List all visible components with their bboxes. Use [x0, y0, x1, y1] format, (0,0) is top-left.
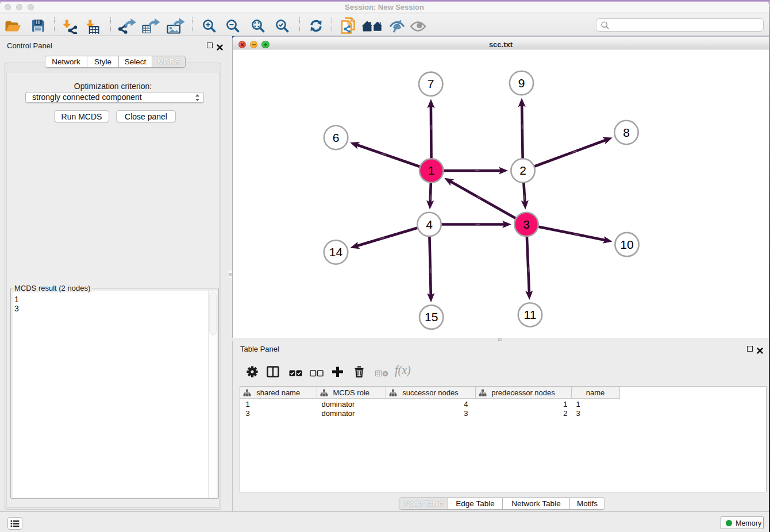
svg-text:11: 11 [524, 308, 537, 321]
svg-text:4: 4 [426, 218, 433, 231]
svg-text:10: 10 [620, 238, 633, 251]
svg-text:6: 6 [333, 131, 340, 144]
svg-text:9: 9 [518, 76, 525, 90]
svg-text:3: 3 [523, 218, 530, 231]
svg-text:7: 7 [428, 77, 434, 90]
svg-text:2: 2 [519, 164, 526, 177]
svg-text:15: 15 [425, 310, 438, 323]
svg-text:1: 1 [428, 164, 435, 177]
svg-text:14: 14 [329, 245, 343, 259]
svg-text:8: 8 [623, 126, 630, 139]
